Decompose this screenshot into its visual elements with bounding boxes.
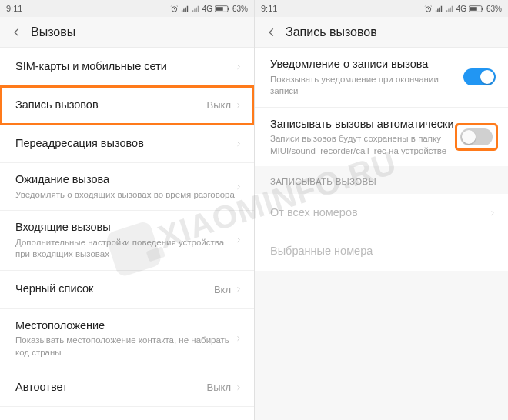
- row-label: Черный список: [15, 282, 214, 297]
- battery-percent: 63%: [232, 5, 248, 13]
- chevron-right-icon: [236, 383, 242, 392]
- svg-rect-6: [482, 7, 483, 9]
- row-sublabel: Показывать местоположение контакта, не н…: [15, 335, 236, 358]
- chevron-right-icon: [236, 101, 242, 110]
- status-bar: 9:11 4G 63%: [255, 0, 508, 17]
- row-label: Запись вызовов: [15, 98, 207, 113]
- row-label: SIM-карты и мобильные сети: [15, 59, 236, 75]
- chevron-right-icon: [236, 182, 242, 192]
- battery-icon: [215, 5, 230, 13]
- network-label: 4G: [202, 5, 212, 13]
- row-label: Входящие вызовы: [15, 220, 236, 235]
- chevron-right-icon: [236, 285, 242, 294]
- row-sublabel: Уведомлять о входящих вызовах во время р…: [15, 189, 236, 202]
- settings-list: Уведомление о записи вызова Показывать у…: [255, 48, 508, 420]
- row-sim-networks[interactable]: SIM-карты и мобильные сети: [0, 48, 254, 86]
- status-time: 9:11: [261, 4, 277, 13]
- row-call-forwarding[interactable]: Переадресация вызовов: [0, 125, 254, 163]
- section-header: ЗАПИСЫВАТЬ ВЫЗОВЫ: [255, 166, 508, 194]
- phone-right: 9:11 4G 63% Запись вызовов Уведомление о…: [254, 0, 508, 420]
- row-sublabel: Записи вызовов будут сохранены в папку M…: [270, 133, 457, 157]
- battery-icon: [469, 5, 484, 13]
- signal2-icon: [446, 5, 454, 13]
- svg-rect-2: [228, 7, 229, 9]
- row-incoming-calls[interactable]: Входящие вызовы Дополнительные настройки…: [0, 211, 254, 271]
- row-label: Переадресация вызовов: [15, 136, 236, 152]
- toggle-switch[interactable]: [460, 128, 493, 145]
- row-call-recording[interactable]: Запись вызовов Выкл: [0, 86, 254, 125]
- chevron-right-icon: [236, 62, 242, 72]
- title-bar: Запись вызовов: [255, 17, 508, 48]
- svg-rect-7: [470, 7, 477, 11]
- page-title: Вызовы: [31, 25, 75, 39]
- row-label: Ожидание вызова: [15, 172, 236, 188]
- chevron-right-icon: [236, 139, 242, 148]
- alarm-icon: [424, 5, 433, 13]
- row-value: Выкл: [207, 382, 231, 393]
- row-location[interactable]: Местоположение Показывать местоположение…: [0, 309, 254, 369]
- battery-percent: 63%: [486, 5, 502, 13]
- row-sublabel: Показывать уведомление при окончании зап…: [270, 74, 463, 98]
- svg-rect-3: [216, 7, 223, 11]
- row-all-numbers[interactable]: От всех номеров: [255, 194, 508, 232]
- row-auto-record[interactable]: Записывать вызовы автоматически Записи в…: [255, 108, 508, 167]
- alarm-icon: [170, 5, 179, 13]
- row-advanced[interactable]: Расширенные настройки: [0, 407, 254, 420]
- row-label: Уведомление о записи вызова: [270, 57, 463, 72]
- row-blacklist[interactable]: Черный список Вкл: [0, 271, 254, 309]
- status-bar: 9:11 4G 63%: [0, 0, 254, 17]
- row-call-waiting[interactable]: Ожидание вызова Уведомлять о входящих вы…: [0, 163, 254, 211]
- signal-icon: [181, 5, 189, 13]
- row-label: Автоответ: [15, 380, 207, 395]
- row-value: Выкл: [207, 99, 231, 111]
- signal-icon: [435, 5, 443, 13]
- row-record-notify[interactable]: Уведомление о записи вызова Показывать у…: [255, 48, 508, 108]
- chevron-right-icon: [236, 235, 242, 245]
- chevron-right-icon: [490, 208, 496, 218]
- network-label: 4G: [456, 5, 466, 13]
- row-value: Вкл: [214, 284, 231, 295]
- row-label: Записывать вызовы автоматически: [270, 117, 457, 132]
- status-time: 9:11: [6, 4, 22, 13]
- phone-left: 9:11 4G 63% Вы: [0, 0, 254, 420]
- settings-list: SIM-карты и мобильные сети Запись вызово…: [0, 48, 254, 420]
- signal2-icon: [192, 5, 200, 13]
- back-button[interactable]: [9, 25, 25, 40]
- back-button[interactable]: [264, 25, 279, 40]
- row-label: От всех номеров: [270, 205, 490, 221]
- chevron-right-icon: [236, 334, 242, 343]
- title-bar: Вызовы: [0, 17, 254, 48]
- row-label: Выбранные номера: [270, 244, 496, 259]
- row-label: Местоположение: [15, 318, 236, 334]
- page-title: Запись вызовов: [286, 25, 377, 39]
- row-sublabel: Дополнительные настройки поведения устро…: [15, 237, 236, 261]
- highlight-box: [457, 125, 496, 148]
- row-autoanswer[interactable]: Автоответ Выкл: [0, 368, 254, 407]
- row-selected-numbers[interactable]: Выбранные номера: [255, 232, 508, 271]
- toggle-switch[interactable]: [463, 68, 496, 85]
